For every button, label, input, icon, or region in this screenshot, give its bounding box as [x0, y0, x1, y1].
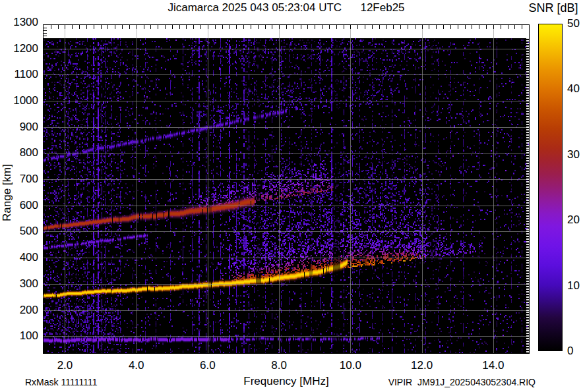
y-tick-label: 1200 — [13, 43, 38, 55]
colorbar-title: SNR [dB] — [524, 1, 583, 15]
y-tick-label: 1300 — [13, 16, 38, 28]
snr-colorbar — [538, 24, 563, 351]
x-tick-label: 6.0 — [200, 360, 216, 372]
y-axis-ticks: 1002003004005006007008009001000110012001… — [0, 0, 38, 392]
rx-mask-label: RxMask 11111111 — [25, 377, 97, 387]
y-tick-label: 700 — [20, 173, 38, 185]
colorbar-tick-label: 30 — [567, 149, 580, 161]
y-tick-label: 200 — [20, 304, 38, 316]
y-tick-label: 1000 — [13, 95, 38, 107]
x-tick-label: 2.0 — [57, 360, 73, 372]
y-tick-label: 1100 — [14, 69, 38, 80]
x-tick-label: 8.0 — [271, 360, 287, 372]
y-tick-label: 600 — [20, 200, 38, 211]
y-tick-label: 400 — [20, 252, 38, 264]
colorbar-tick-label: 0 — [567, 345, 573, 357]
ionogram-canvas — [44, 25, 529, 353]
x-tick-label: 4.0 — [129, 360, 144, 372]
y-tick-label: 500 — [20, 225, 38, 237]
y-tick-label: 900 — [20, 121, 38, 133]
file-id-label: VIPIR JM91J_2025043052304.RIQ — [388, 377, 536, 387]
x-tick-label: 10.0 — [340, 360, 361, 372]
x-tick-label: 14.0 — [482, 360, 504, 372]
y-tick-label: 300 — [20, 278, 38, 290]
colorbar-tick-label: 40 — [567, 83, 580, 95]
y-tick-label: 800 — [20, 147, 38, 159]
page-title: Jicamarca 2025 043 05:23:04 UTC 12Feb25 — [44, 1, 529, 14]
colorbar-tick-label: 20 — [567, 214, 580, 226]
x-axis-ticks: 2.04.06.08.010.012.014.0 — [0, 360, 583, 373]
x-tick-label: 12.0 — [411, 360, 433, 372]
colorbar-tick-label: 10 — [567, 280, 580, 292]
colorbar-tick-label: 50 — [567, 18, 580, 30]
y-tick-label: 100 — [20, 330, 38, 342]
ionogram-page: Jicamarca 2025 043 05:23:04 UTC 12Feb25 … — [0, 0, 583, 392]
